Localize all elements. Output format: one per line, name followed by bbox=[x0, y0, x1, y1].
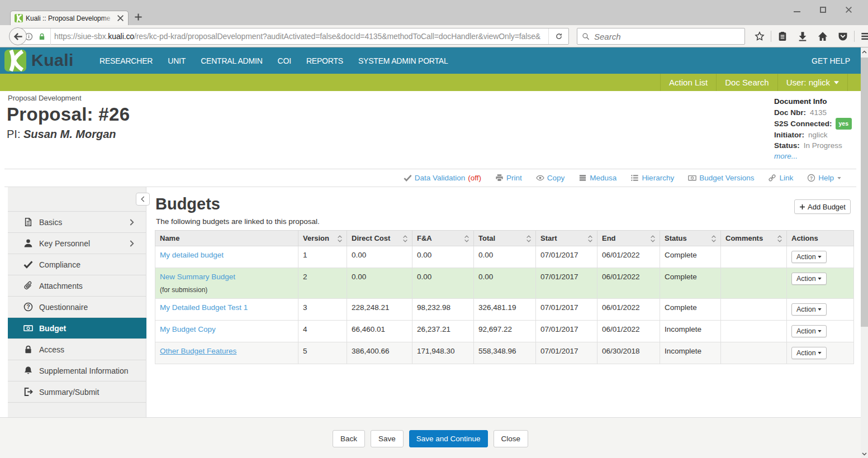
app-nav: RESEARCHERUNITCENTRAL ADMINCOIREPORTSSYS… bbox=[99, 47, 448, 74]
maximize-button[interactable] bbox=[810, 2, 836, 17]
cell-direct_cost: 386,400.66 bbox=[347, 342, 412, 364]
downloads-icon[interactable] bbox=[798, 31, 808, 41]
scrollbar-thumb[interactable] bbox=[861, 58, 868, 327]
home-icon[interactable] bbox=[818, 31, 828, 41]
get-help-link[interactable]: GET HELP bbox=[812, 47, 850, 74]
link-icon bbox=[768, 174, 776, 182]
action-button[interactable]: Action bbox=[791, 303, 827, 316]
bookmarks-menu-icon[interactable] bbox=[777, 31, 788, 41]
column-header-end[interactable]: End bbox=[597, 231, 660, 246]
kuali-logo[interactable] bbox=[4, 50, 26, 71]
app-nav-coi[interactable]: COI bbox=[278, 56, 291, 65]
more-link[interactable]: more... bbox=[774, 151, 861, 161]
cell-end: 06/01/2022 bbox=[597, 299, 660, 321]
toolbar-hierarchy[interactable]: Hierarchy bbox=[630, 174, 674, 182]
app-nav-unit[interactable]: UNIT bbox=[168, 56, 186, 65]
search-bar[interactable]: Search bbox=[577, 28, 745, 45]
menu-icon[interactable] bbox=[861, 31, 868, 41]
caret-down-icon bbox=[834, 81, 839, 84]
minimize-button[interactable] bbox=[784, 2, 810, 17]
sidebar-item-summary-submit[interactable]: Summary/Submit bbox=[8, 381, 146, 403]
toolbar-budget-versions[interactable]: Budget Versions bbox=[688, 174, 754, 182]
tab-close-icon[interactable] bbox=[117, 15, 124, 22]
toolbar-print[interactable]: Print bbox=[495, 174, 522, 182]
add-budget-button[interactable]: Add Budget bbox=[794, 199, 851, 214]
save-and-continue-button[interactable]: Save and Continue bbox=[409, 430, 488, 447]
toolbar-medusa[interactable]: Medusa bbox=[578, 174, 616, 182]
help-icon: ? bbox=[807, 174, 815, 182]
sort-icon[interactable] bbox=[337, 235, 343, 243]
back-button[interactable]: Back bbox=[333, 430, 365, 447]
toolbar-data-validation[interactable]: Data Validation(off) bbox=[404, 174, 481, 182]
sidebar-item-key-personnel[interactable]: Key Personnel bbox=[8, 233, 146, 254]
bookmark-star-icon[interactable] bbox=[755, 31, 765, 41]
cell-end: 06/01/2022 bbox=[597, 268, 660, 299]
toolbar-link[interactable]: Link bbox=[768, 174, 793, 182]
page-scrollbar[interactable] bbox=[861, 47, 868, 458]
sort-icon[interactable] bbox=[587, 235, 593, 243]
back-button[interactable] bbox=[9, 27, 27, 45]
kuali-wordmark[interactable]: Kuali bbox=[31, 51, 74, 70]
sidebar-item-access[interactable]: Access bbox=[8, 339, 146, 360]
budget-name-link[interactable]: New Summary Budget bbox=[160, 273, 235, 281]
app-nav-system-admin-portal[interactable]: SYSTEM ADMIN PORTAL bbox=[358, 56, 448, 65]
sort-icon[interactable] bbox=[711, 235, 717, 243]
pocket-icon[interactable] bbox=[838, 31, 848, 41]
sort-icon[interactable] bbox=[526, 235, 532, 243]
action-button[interactable]: Action bbox=[791, 347, 827, 359]
column-header-version[interactable]: Version bbox=[298, 231, 347, 246]
portal-user-nglick[interactable]: User: nglick bbox=[777, 74, 847, 91]
https-lock-icon[interactable] bbox=[38, 32, 46, 41]
save-button[interactable]: Save bbox=[371, 430, 404, 447]
sort-icon[interactable] bbox=[464, 235, 469, 243]
sidebar-item-questionnaire[interactable]: ?Questionnaire bbox=[8, 297, 146, 318]
budget-name-link[interactable]: Other Budget Features bbox=[160, 347, 236, 355]
close-button[interactable] bbox=[836, 2, 861, 17]
column-header-direct-cost[interactable]: Direct Cost bbox=[347, 231, 412, 246]
close-button[interactable]: Close bbox=[494, 430, 529, 447]
app-nav-researcher[interactable]: RESEARCHER bbox=[99, 56, 153, 65]
column-header-status[interactable]: Status bbox=[660, 231, 721, 246]
column-header-total[interactable]: Total bbox=[474, 231, 536, 246]
person-icon bbox=[23, 238, 33, 248]
url-bar[interactable]: https://siue-sbx.kuali.co/res/kc-pd-krad… bbox=[18, 28, 569, 45]
column-header-comments[interactable]: Comments bbox=[721, 231, 787, 246]
browser-tab[interactable]: Kuali :: Proposal Developme bbox=[10, 11, 129, 25]
sidebar-item-budget[interactable]: Budget bbox=[8, 318, 146, 339]
printer-icon bbox=[495, 174, 504, 182]
svg-text:?: ? bbox=[810, 175, 813, 181]
cell-fa: 26,237.21 bbox=[412, 321, 474, 342]
column-header-start[interactable]: Start bbox=[536, 231, 597, 246]
sidebar-item-compliance[interactable]: Compliance bbox=[8, 254, 146, 275]
budget-name-link[interactable]: My Budget Copy bbox=[160, 325, 216, 333]
sort-icon[interactable] bbox=[402, 235, 408, 243]
scroll-up-arrow[interactable] bbox=[861, 47, 868, 56]
cell-name: My Detailed Budget Test 1 bbox=[155, 299, 298, 321]
app-nav-central-admin[interactable]: CENTRAL ADMIN bbox=[201, 56, 262, 65]
sidebar-item-supplemental-information[interactable]: Supplemental Information bbox=[8, 360, 146, 381]
chevron-right-icon bbox=[130, 219, 134, 226]
action-button[interactable]: Action bbox=[791, 251, 827, 263]
budget-name-link[interactable]: My Detailed Budget Test 1 bbox=[160, 303, 248, 312]
portal-action-list[interactable]: Action List bbox=[660, 74, 716, 91]
sort-icon[interactable] bbox=[777, 235, 782, 243]
chevron-left-icon bbox=[141, 196, 145, 202]
sidebar-item-attachments[interactable]: Attachments bbox=[8, 275, 146, 297]
caret-down-icon bbox=[818, 256, 822, 258]
sidebar-item-basics[interactable]: Basics bbox=[8, 212, 146, 233]
budget-name-link[interactable]: My detailed budget bbox=[160, 251, 224, 259]
app-nav-reports[interactable]: REPORTS bbox=[306, 56, 343, 65]
new-tab-button[interactable] bbox=[134, 13, 143, 21]
action-button[interactable]: Action bbox=[791, 325, 827, 337]
portal-doc-search[interactable]: Doc Search bbox=[716, 74, 777, 91]
toolbar-copy[interactable]: Copy bbox=[536, 174, 565, 182]
question-icon: ? bbox=[23, 302, 33, 312]
cell-end: 06/30/2018 bbox=[597, 342, 660, 364]
toolbar-help[interactable]: ?Help bbox=[807, 174, 841, 182]
scroll-down-arrow[interactable] bbox=[861, 450, 868, 458]
column-header-f-a[interactable]: F&A bbox=[412, 231, 474, 246]
sort-icon[interactable] bbox=[650, 235, 656, 243]
sidebar-collapse-button[interactable] bbox=[136, 193, 150, 206]
reload-button[interactable] bbox=[548, 28, 568, 44]
action-button[interactable]: Action bbox=[791, 273, 827, 285]
